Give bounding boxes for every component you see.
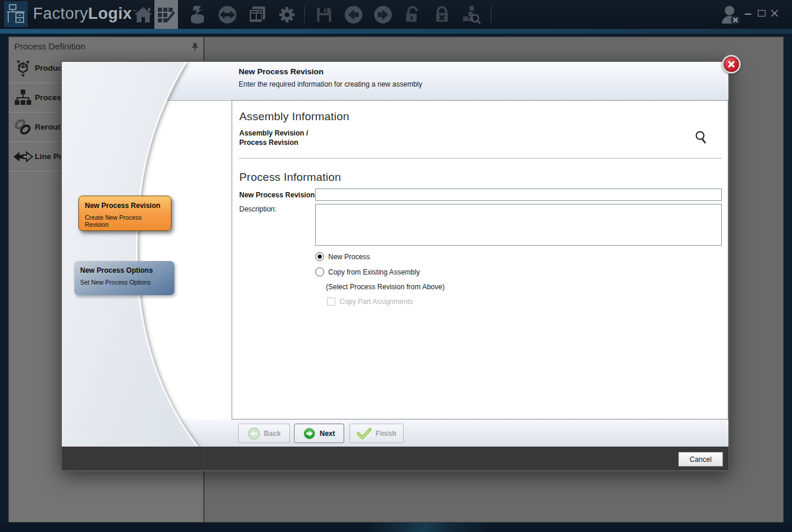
pin-icon[interactable]: [192, 42, 199, 53]
back-button[interactable]: Back: [238, 424, 290, 443]
assembly-search-icon[interactable]: [460, 1, 483, 28]
process-information-heading: Process Information: [239, 171, 341, 184]
decorative-swoosh: [348, 523, 519, 532]
panel-title: Process Definition: [14, 41, 85, 51]
toolbar-separator: [304, 6, 305, 23]
settings-gear-icon[interactable]: [275, 1, 299, 28]
radio-new-process[interactable]: New Process: [315, 252, 370, 261]
cancel-button[interactable]: Cancel: [678, 452, 723, 467]
dialog-footer-strip: Cancel: [62, 447, 728, 470]
new-process-revision-input[interactable]: [315, 189, 722, 201]
cancel-button-label: Cancel: [689, 455, 711, 464]
import-database-icon[interactable]: [186, 1, 209, 28]
next-arrow-icon: [303, 427, 316, 440]
assembly-revision-label-line2: Process Revision: [239, 138, 308, 147]
radio-label: Copy from Existing Assembly: [328, 268, 420, 276]
select-process-revision-note: (Select Process Revision from Above): [326, 283, 444, 291]
product-cube-icon: [13, 59, 33, 78]
brand-title: FactoryLogix™: [33, 5, 137, 23]
close-window-button[interactable]: [771, 9, 778, 19]
lock-x-icon[interactable]: [430, 1, 454, 28]
line-arrows-icon: [13, 150, 33, 163]
wizard-side-curve: [62, 62, 234, 447]
assembly-revision-label-line1: Assembly Revision /: [239, 128, 308, 138]
process-tree-icon: [13, 88, 33, 107]
checkbox-label: Copy Part Assignments: [339, 298, 413, 306]
sidebar-item-label: Proces: [35, 93, 61, 102]
description-textarea[interactable]: [315, 204, 722, 246]
radio-icon-selected[interactable]: [315, 252, 324, 261]
toolbar-separator: [491, 6, 491, 23]
top-toolbar: FactoryLogix™: [0, 0, 792, 29]
dialog-title: New Process Revision: [239, 67, 324, 76]
dialog-content-panel: Assembly Information Assembly Revision /…: [232, 100, 728, 419]
next-button-label: Next: [319, 429, 335, 438]
radio-icon-unselected[interactable]: [315, 267, 324, 276]
copy-part-assignments-checkbox[interactable]: Copy Part Assignments: [327, 298, 413, 306]
minimize-button[interactable]: [745, 14, 751, 15]
sidebar-item-label: Line Pr: [35, 152, 62, 161]
sync-icon[interactable]: [216, 1, 239, 28]
dialog-close-icon[interactable]: [722, 55, 741, 74]
maximize-button[interactable]: [758, 10, 765, 16]
nav-forward-icon[interactable]: [371, 1, 395, 28]
nav-back-icon[interactable]: [342, 1, 365, 28]
new-process-revision-label: New Process Revision:: [239, 191, 317, 199]
save-icon[interactable]: [312, 1, 336, 28]
application-window: FactoryLogix™: [0, 0, 792, 532]
new-process-revision-dialog: New Process Revision Enter the required …: [61, 61, 730, 471]
reroute-links-icon: [13, 118, 33, 137]
step-title: New Process Options: [80, 266, 169, 275]
finish-check-icon: [357, 428, 372, 440]
section-divider: [239, 158, 722, 158]
wizard-step-new-process-options[interactable]: New Process Options Set New Process Opti…: [74, 261, 174, 295]
finish-button[interactable]: Finish: [349, 424, 404, 443]
assembly-information-heading: Assembly Information: [239, 110, 349, 123]
search-icon[interactable]: [694, 130, 708, 148]
unlock-icon[interactable]: [401, 1, 424, 28]
desk-computer-icon: [4, 1, 28, 27]
step-subtitle: Set New Process Options: [80, 279, 169, 286]
sidebar-item-label: Rerout: [35, 123, 61, 131]
reports-icon[interactable]: [246, 1, 269, 28]
factorylogix-logo-icon: [4, 1, 28, 27]
back-button-label: Back: [264, 429, 281, 438]
step-subtitle: Create New Process Revision: [85, 214, 165, 228]
step-title: New Process Revision: [85, 201, 165, 210]
sidebar-item-label: Produc: [35, 64, 62, 72]
accent-strip: [0, 29, 792, 34]
footer-divider: [204, 447, 204, 470]
next-button[interactable]: Next: [294, 424, 344, 443]
user-logout-icon[interactable]: [718, 1, 744, 28]
back-arrow-icon: [248, 427, 260, 440]
home-icon[interactable]: [131, 1, 155, 28]
description-label: Description:: [239, 205, 276, 213]
wizard-step-new-process-revision[interactable]: New Process Revision Create New Process …: [78, 196, 171, 231]
assembly-revision-label: Assembly Revision / Process Revision: [239, 128, 308, 147]
radio-label: New Process: [328, 253, 370, 261]
checkbox-icon[interactable]: [327, 298, 335, 306]
radio-copy-from-existing-assembly[interactable]: Copy from Existing Assembly: [315, 267, 420, 276]
finish-button-label: Finish: [375, 429, 396, 438]
dialog-subtitle: Enter the required information for creat…: [239, 80, 423, 88]
process-grid-edit-icon[interactable]: [154, 0, 178, 29]
